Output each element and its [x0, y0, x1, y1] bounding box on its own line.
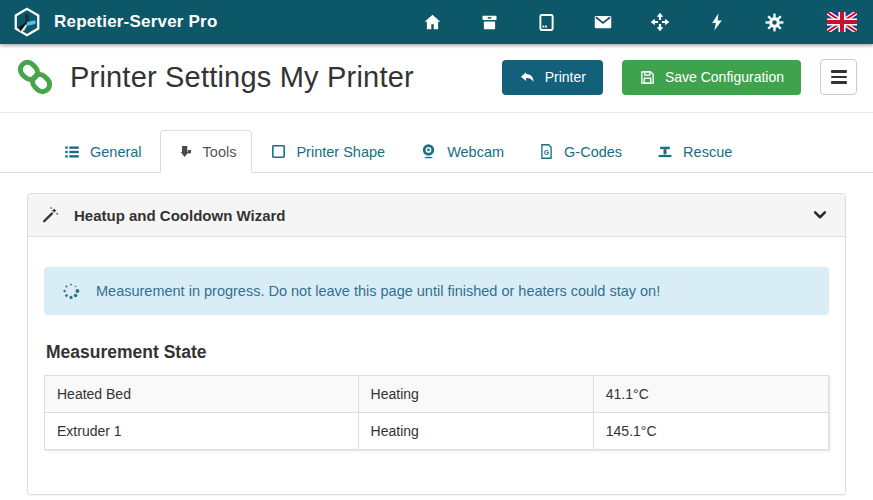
page-header: Printer Settings My Printer Printer Save… — [0, 44, 873, 113]
wizard-panel-header[interactable]: Heatup and Cooldown Wizard — [28, 194, 845, 237]
settings-tabs: General Tools Printer Shape Webcam G G-C… — [0, 130, 873, 173]
repetier-logo-icon — [12, 7, 42, 37]
gear-icon[interactable] — [763, 11, 785, 33]
page-title: Printer Settings My Printer — [70, 61, 414, 94]
bolt-icon[interactable] — [706, 11, 728, 33]
save-configuration-button[interactable]: Save Configuration — [622, 60, 801, 95]
save-button-label: Save Configuration — [665, 69, 784, 85]
mail-icon[interactable] — [592, 11, 614, 33]
tab-gcodes-label: G-Codes — [564, 144, 622, 160]
magic-wand-icon — [40, 205, 60, 225]
wizard-panel: Heatup and Cooldown Wizard — [27, 193, 846, 495]
svg-text:G: G — [544, 149, 549, 156]
spinner-icon — [60, 280, 82, 302]
device-cell: Extruder 1 — [45, 413, 359, 450]
move-arrows-icon[interactable] — [649, 11, 671, 33]
hamburger-menu-button[interactable] — [820, 59, 857, 95]
state-cell: Heating — [358, 376, 593, 413]
tab-rescue[interactable]: Rescue — [640, 130, 748, 173]
square-icon — [270, 143, 287, 160]
measurement-state-title: Measurement State — [46, 342, 827, 363]
uk-flag-icon[interactable] — [826, 11, 857, 33]
wizard-panel-title: Heatup and Cooldown Wizard — [74, 207, 286, 224]
rescue-icon — [656, 143, 674, 161]
brand-name: Repetier-Server Pro — [54, 12, 217, 32]
save-floppy-icon — [639, 69, 656, 86]
reply-arrow-icon — [519, 69, 536, 86]
tab-general[interactable]: General — [47, 130, 158, 173]
header-actions: Printer Save Configuration — [502, 59, 857, 95]
webcam-icon — [419, 142, 438, 161]
extruder-icon — [176, 143, 194, 161]
gcode-file-icon: G — [538, 143, 555, 160]
table-row: Heated Bed Heating 41.1°C — [45, 376, 829, 413]
chevron-down-icon[interactable] — [811, 206, 829, 224]
home-icon[interactable] — [421, 11, 443, 33]
link-chain-icon — [12, 54, 58, 100]
tab-general-label: General — [90, 144, 142, 160]
archive-box-icon[interactable] — [478, 11, 500, 33]
top-navbar: Repetier-Server Pro — [0, 0, 873, 44]
tab-rescue-label: Rescue — [683, 144, 732, 160]
measurement-state-table: Heated Bed Heating 41.1°C Extruder 1 Hea… — [44, 375, 829, 450]
printer-button-label: Printer — [545, 69, 586, 85]
tab-tools-label: Tools — [203, 144, 237, 160]
temp-cell: 145.1°C — [593, 413, 828, 450]
alert-text: Measurement in progress. Do not leave th… — [96, 283, 660, 299]
wizard-panel-body: Measurement in progress. Do not leave th… — [28, 237, 845, 494]
tab-webcam[interactable]: Webcam — [403, 130, 520, 173]
temp-cell: 41.1°C — [593, 376, 828, 413]
navbar-icons — [421, 11, 857, 33]
tab-webcam-label: Webcam — [447, 144, 504, 160]
brand[interactable]: Repetier-Server Pro — [12, 7, 217, 37]
tab-printer-shape-label: Printer Shape — [296, 144, 385, 160]
printer-button[interactable]: Printer — [502, 60, 603, 95]
printer-frame-icon[interactable] — [535, 11, 557, 33]
tab-gcodes[interactable]: G G-Codes — [522, 130, 638, 173]
table-row: Extruder 1 Heating 145.1°C — [45, 413, 829, 450]
device-cell: Heated Bed — [45, 376, 359, 413]
tab-tools[interactable]: Tools — [160, 130, 253, 173]
list-icon — [63, 143, 81, 161]
tab-printer-shape[interactable]: Printer Shape — [254, 130, 401, 173]
measurement-progress-alert: Measurement in progress. Do not leave th… — [44, 267, 829, 315]
state-cell: Heating — [358, 413, 593, 450]
